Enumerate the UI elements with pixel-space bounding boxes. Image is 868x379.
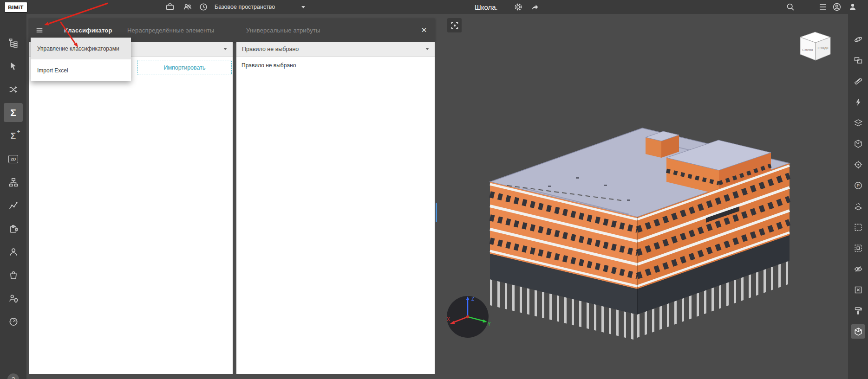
classifier-tree-pane: Импортировать (29, 42, 233, 374)
svg-text:P: P (856, 183, 859, 188)
views-icon (854, 56, 863, 65)
settings-gear-icon (514, 2, 523, 12)
focus-target-button[interactable] (851, 157, 865, 172)
share-button[interactable] (529, 0, 542, 14)
account-button[interactable] (830, 0, 843, 14)
classifier-context-menu: Управление классификаторами Import Excel (31, 38, 131, 81)
tool-analytics[interactable] (4, 196, 23, 215)
tool-summary-add[interactable]: Σ+ (4, 126, 23, 145)
sigma-plus-icon: Σ+ (11, 131, 16, 140)
section-box-icon (854, 139, 863, 148)
frame-focus-icon (450, 21, 459, 30)
paint-button[interactable] (851, 303, 865, 318)
tab-universal-attributes[interactable]: Универсальные атрибуты (246, 19, 320, 42)
team-button[interactable] (181, 0, 194, 14)
menu-list-icon (818, 2, 828, 12)
bimit-app: Слева Сзади Z X Y BIMiT (0, 0, 868, 379)
parking-plan-button[interactable]: P (851, 178, 865, 193)
axis-y-label: Y (488, 321, 491, 327)
history-button[interactable] (197, 0, 210, 14)
hierarchy-icon (8, 177, 19, 187)
help-button[interactable]: ? (7, 373, 19, 379)
clash-bolt-icon (854, 97, 863, 107)
person-icon (8, 247, 19, 257)
hide-elements-button[interactable] (851, 262, 865, 276)
gauge-icon (8, 316, 19, 327)
ruler-icon (854, 77, 863, 86)
close-icon: ✕ (421, 26, 427, 34)
analytics-icon (8, 200, 19, 211)
workspace-selector[interactable]: Базовое пространство (215, 0, 305, 14)
clip-plane-button[interactable] (851, 199, 865, 213)
top-bar: BIMiT Базовое пространство Школа. (0, 0, 868, 14)
model-display-button[interactable] (851, 324, 865, 339)
building-piles-right (637, 261, 790, 338)
help-question-icon: ? (12, 376, 15, 379)
hide-region-icon (854, 244, 863, 253)
classifier-menu-button[interactable] (34, 25, 45, 36)
clash-button[interactable] (851, 95, 865, 109)
building-wall-left (490, 182, 637, 289)
section-planes-button[interactable] (851, 116, 865, 130)
team-icon (183, 2, 192, 12)
tool-2d-view[interactable]: 2D (4, 149, 23, 168)
user-button[interactable] (846, 0, 859, 14)
hide-region-button[interactable] (851, 241, 865, 255)
share-icon (530, 2, 540, 12)
close-panel-button[interactable]: ✕ (419, 25, 429, 35)
select-region-button[interactable] (851, 220, 865, 234)
isolate-box-icon (854, 285, 863, 295)
project-title: Школа. (475, 0, 498, 14)
settings-button[interactable] (512, 0, 525, 14)
briefcase-button[interactable] (163, 0, 176, 14)
briefcase-icon (165, 2, 175, 12)
tab-unassigned-elements[interactable]: Нераспределённые элементы (127, 19, 214, 42)
person-location-icon (8, 293, 19, 303)
cube-face-right-label: Сзади (817, 46, 828, 50)
import-button[interactable]: Импортировать (137, 60, 232, 75)
chevron-down-icon (301, 6, 305, 8)
tool-dashboard[interactable] (4, 312, 23, 331)
tool-staff-location[interactable] (4, 289, 23, 308)
hamburger-icon (35, 26, 44, 34)
app-logo[interactable]: BIMiT (4, 2, 27, 13)
tool-select[interactable] (4, 57, 23, 76)
search-button[interactable] (784, 0, 797, 14)
tool-summary[interactable]: Σ (4, 103, 23, 122)
2d-view-icon: 2D (8, 155, 19, 163)
focus-target-icon (854, 160, 863, 169)
menu-item-manage-classifiers[interactable]: Управление классификаторами (31, 38, 131, 59)
tool-model-tree[interactable] (4, 33, 23, 52)
tool-connections[interactable] (4, 80, 23, 99)
isolate-button[interactable] (851, 283, 865, 297)
tool-plugins[interactable] (4, 219, 23, 238)
orbit-button[interactable] (851, 32, 865, 46)
menu-item-import-excel[interactable]: Import Excel (31, 59, 131, 81)
measure-button[interactable] (851, 74, 865, 88)
menu-list-button[interactable] (816, 0, 829, 14)
connections-icon (8, 84, 19, 95)
axis-gizmo[interactable]: Z X Y (445, 293, 491, 340)
views-button[interactable] (851, 53, 865, 67)
tool-hierarchy[interactable] (4, 173, 23, 192)
rule-dropdown-value: Правило не выбрано (242, 46, 299, 52)
hide-eye-icon (854, 264, 863, 274)
history-icon (199, 2, 208, 12)
section-planes-icon (854, 118, 863, 128)
axis-z-label: Z (471, 296, 474, 302)
building-roof (490, 128, 790, 217)
puzzle-icon (8, 224, 19, 234)
clip-plane-icon (854, 202, 863, 211)
rule-empty-message: Правило не выбрано (241, 62, 296, 69)
panel-scrollbar-thumb[interactable] (436, 203, 437, 222)
tool-person[interactable] (4, 242, 23, 261)
viewport-focus-button[interactable] (447, 18, 462, 32)
navigation-cube[interactable]: Слева Сзади (792, 28, 838, 67)
viewport-toolbar: P (848, 14, 868, 379)
tool-procurement[interactable] (4, 265, 23, 284)
user-icon (848, 2, 857, 12)
rules-pane: Правило не выбрано Правило не выбрано (236, 42, 435, 374)
section-box-button[interactable] (851, 136, 865, 151)
rule-select-dropdown[interactable]: Правило не выбрано (236, 42, 435, 57)
orbit-icon (854, 35, 863, 44)
